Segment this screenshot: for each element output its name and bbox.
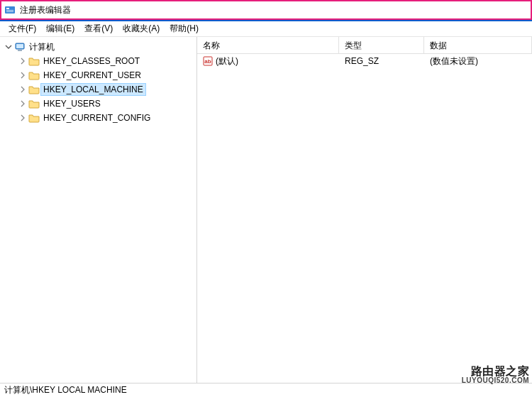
chevron-right-icon[interactable] (18, 99, 27, 108)
workspace: 计算机 HKEY_CLASSES_ROOTHKEY_CURRENT_USERHK… (0, 37, 532, 383)
tree-item[interactable]: HKEY_CURRENT_USER (1, 68, 195, 82)
watermark-line2: LUYOUQI520.COM (462, 377, 529, 384)
menu-edit[interactable]: 编辑(E) (42, 21, 79, 36)
chevron-right-icon[interactable] (18, 114, 27, 122)
tree-root-label: 计算机 (27, 40, 57, 54)
computer-icon (14, 41, 26, 53)
cell-data: (数值未设置) (424, 54, 532, 69)
chevron-right-icon[interactable] (18, 71, 27, 80)
cell-name: ab(默认) (197, 54, 339, 69)
tree-item-label: HKEY_CURRENT_CONFIG (41, 112, 153, 124)
folder-icon (28, 55, 40, 67)
tree-item[interactable]: HKEY_LOCAL_MACHINE (1, 82, 195, 97)
window-title: 注册表编辑器 (20, 4, 71, 16)
regedit-icon (4, 4, 16, 16)
column-name[interactable]: 名称 (197, 37, 339, 53)
menu-help[interactable]: 帮助(H) (165, 21, 203, 36)
tree-item-label: HKEY_CLASSES_ROOT (41, 55, 142, 67)
svg-rect-3 (6, 11, 13, 12)
tree-item-label: HKEY_USERS (41, 98, 103, 109)
tree-root[interactable]: 计算机 (1, 40, 195, 54)
tree-item[interactable]: HKEY_CURRENT_CONFIG (1, 111, 195, 125)
watermark: 路由器之家 LUYOUQI520.COM (462, 366, 529, 384)
folder-icon (28, 70, 40, 81)
svg-rect-6 (18, 50, 22, 51)
menu-view[interactable]: 查看(V) (80, 21, 117, 36)
folder-icon (28, 84, 40, 95)
cell-type: REG_SZ (339, 55, 424, 67)
folder-icon (28, 112, 40, 124)
svg-rect-2 (6, 10, 13, 11)
svg-rect-1 (6, 8, 9, 9)
chevron-down-icon[interactable] (4, 43, 13, 51)
tree-item[interactable]: HKEY_CLASSES_ROOT (1, 54, 195, 68)
list-pane[interactable]: 名称 类型 数据 ab(默认)REG_SZ(数值未设置) (197, 37, 532, 383)
chevron-right-icon[interactable] (18, 85, 27, 94)
column-type[interactable]: 类型 (339, 37, 424, 53)
window-titlebar: 注册表编辑器 (0, 0, 532, 20)
list-row[interactable]: ab(默认)REG_SZ(数值未设置) (197, 54, 532, 68)
svg-rect-5 (16, 44, 23, 48)
tree-item[interactable]: HKEY_USERS (1, 97, 195, 111)
menu-file[interactable]: 文件(F) (4, 21, 40, 36)
tree-item-label: HKEY_LOCAL_MACHINE (41, 84, 145, 95)
folder-icon (28, 98, 40, 109)
svg-text:ab: ab (204, 58, 211, 65)
tree-item-label: HKEY_CURRENT_USER (41, 70, 143, 81)
status-path: 计算机\HKEY LOCAL MACHINE (4, 384, 127, 396)
status-bar: 计算机\HKEY LOCAL MACHINE 路由器之家 LUYOUQI520.… (0, 383, 532, 397)
menu-favorites[interactable]: 收藏夹(A) (118, 21, 164, 36)
string-value-icon: ab (203, 56, 213, 66)
menu-bar: 文件(F) 编辑(E) 查看(V) 收藏夹(A) 帮助(H) (0, 21, 532, 37)
chevron-right-icon[interactable] (18, 57, 27, 65)
column-data[interactable]: 数据 (424, 37, 532, 53)
list-header: 名称 类型 数据 (197, 37, 532, 54)
tree-pane[interactable]: 计算机 HKEY_CLASSES_ROOTHKEY_CURRENT_USERHK… (0, 37, 197, 383)
watermark-line1: 路由器之家 (462, 366, 529, 377)
